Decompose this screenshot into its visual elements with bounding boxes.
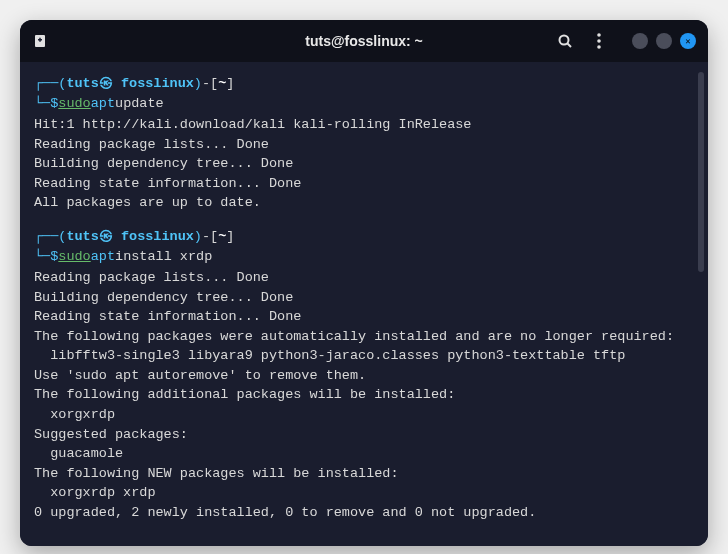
new-tab-icon[interactable] (32, 32, 50, 50)
paren-close: ) (194, 227, 202, 247)
command-sudo: sudo (58, 94, 90, 114)
command-apt: apt (91, 94, 115, 114)
titlebar: tuts@fosslinux: ~ (20, 20, 708, 62)
window-title: tuts@fosslinux: ~ (305, 33, 423, 49)
plus-document-icon (33, 33, 49, 49)
path: ~ (218, 74, 226, 94)
output-line: The following NEW packages will be insta… (34, 464, 694, 484)
dash: -[ (202, 74, 218, 94)
output-line: All packages are up to date. (34, 193, 694, 213)
blank-line (34, 213, 694, 227)
svg-rect-2 (39, 38, 41, 42)
bracket-close: ] (226, 74, 234, 94)
output-line: xorgxrdp xrdp (34, 483, 694, 503)
output-line: Use 'sudo apt autoremove' to remove them… (34, 366, 694, 386)
terminal-body[interactable]: ┌──(tuts㉿ fosslinux)-[~] └─$ sudo apt up… (20, 62, 708, 546)
output-line: Reading state information... Done (34, 307, 694, 327)
prompt-block: ┌──(tuts㉿ fosslinux)-[~] └─$ sudo apt up… (34, 74, 694, 113)
box-drawing-char: └─ (34, 247, 50, 267)
output-line: xorgxrdp (34, 405, 694, 425)
output-line: Building dependency tree... Done (34, 288, 694, 308)
svg-line-4 (568, 44, 572, 48)
user-host: tuts㉿ fosslinux (66, 74, 193, 94)
menu-icon[interactable] (590, 32, 608, 50)
dash: -[ (202, 227, 218, 247)
output-line: Hit:1 http://kali.download/kali kali-rol… (34, 115, 694, 135)
output-line: Reading package lists... Done (34, 268, 694, 288)
prompt-line-top: ┌──(tuts㉿ fosslinux)-[~] (34, 74, 694, 94)
paren-open: ( (58, 74, 66, 94)
titlebar-left (32, 32, 50, 50)
close-button[interactable] (680, 33, 696, 49)
command-args: update (115, 94, 164, 114)
prompt-line-bottom: └─$ sudo apt update (34, 94, 694, 114)
output-line: Reading package lists... Done (34, 135, 694, 155)
dollar-sign: $ (50, 247, 58, 267)
output-line: guacamole (34, 444, 694, 464)
command-args: install xrdp (115, 247, 212, 267)
dollar-sign: $ (50, 94, 58, 114)
terminal-window: tuts@fosslinux: ~ (20, 20, 708, 546)
prompt-line-bottom: └─$ sudo apt install xrdp (34, 247, 694, 267)
svg-point-3 (560, 36, 569, 45)
paren-open: ( (58, 227, 66, 247)
user-host: tuts㉿ fosslinux (66, 227, 193, 247)
command-apt: apt (91, 247, 115, 267)
output-line: Reading state information... Done (34, 174, 694, 194)
output-line: Suggested packages: (34, 425, 694, 445)
path: ~ (218, 227, 226, 247)
prompt-line-top: ┌──(tuts㉿ fosslinux)-[~] (34, 227, 694, 247)
output-line: The following additional packages will b… (34, 385, 694, 405)
minimize-button[interactable] (632, 33, 648, 49)
svg-point-6 (597, 39, 601, 43)
svg-point-5 (597, 33, 601, 37)
titlebar-right (556, 32, 696, 50)
output-line: The following packages were automaticall… (34, 327, 694, 347)
box-drawing-char: └─ (34, 94, 50, 114)
output-line: libfftw3-single3 libyara9 python3-jaraco… (34, 346, 694, 366)
output-line: Building dependency tree... Done (34, 154, 694, 174)
svg-point-7 (597, 45, 601, 49)
search-icon[interactable] (556, 32, 574, 50)
output-line: 0 upgraded, 2 newly installed, 0 to remo… (34, 503, 694, 523)
command-sudo: sudo (58, 247, 90, 267)
window-controls (632, 33, 696, 49)
prompt-block: ┌──(tuts㉿ fosslinux)-[~] └─$ sudo apt in… (34, 227, 694, 266)
bracket-close: ] (226, 227, 234, 247)
box-drawing-char: ┌── (34, 74, 58, 94)
box-drawing-char: ┌── (34, 227, 58, 247)
maximize-button[interactable] (656, 33, 672, 49)
paren-close: ) (194, 74, 202, 94)
